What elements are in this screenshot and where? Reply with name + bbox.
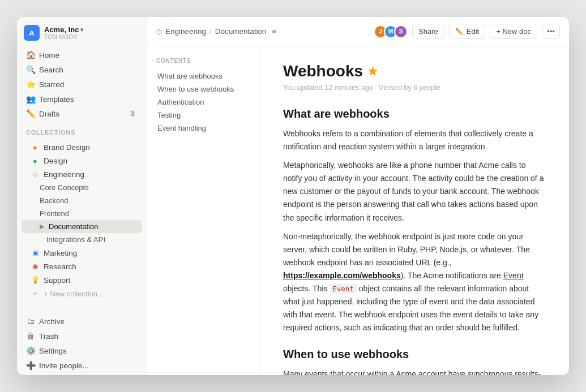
workspace-info: Acme, Inc ▾ TOM MOOR	[44, 25, 140, 40]
search-icon: 🔍	[26, 65, 35, 74]
sidebar-item-support[interactable]: 💡 Support	[22, 273, 142, 287]
share-button[interactable]: Share	[412, 24, 444, 39]
sidebar-item-settings[interactable]: ⚙️ Settings	[22, 343, 142, 358]
sidebar-item-engineering[interactable]: ◇ Engineering ⇅ •••	[22, 167, 142, 181]
breadcrumb-separator: /	[209, 27, 212, 36]
toc-item-authentication[interactable]: Authentication	[152, 96, 251, 109]
trash-icon: 🗑	[26, 331, 35, 341]
toc-item-event-handling[interactable]: Event handling	[152, 122, 251, 135]
doc-title: Webhooks ★	[283, 62, 546, 80]
sidebar-item-templates[interactable]: 👥 Templates	[22, 92, 142, 106]
sidebar-item-core-concepts[interactable]: Core Concepts	[22, 181, 142, 194]
doc-paragraph-3: Non-metaphorically, the webhook endpoint…	[283, 230, 546, 335]
marketing-icon: ▣	[31, 248, 40, 257]
sidebar-item-backend[interactable]: Backend	[22, 194, 142, 207]
sidebar-item-trash[interactable]: 🗑 Trash	[22, 329, 142, 343]
event-code: Event	[330, 284, 357, 294]
sidebar-item-brand-design[interactable]: ● Brand Design	[22, 140, 142, 154]
sidebar-item-frontend[interactable]: Frontend	[22, 207, 142, 220]
sidebar-item-home[interactable]: 🏠 Home	[22, 48, 142, 62]
collections-nav: ● Brand Design ● Design ◇ Engineering ⇅ …	[17, 138, 147, 303]
home-icon: 🏠	[26, 50, 35, 59]
breadcrumb-more-button[interactable]: ≡	[270, 26, 279, 37]
add-icon: +	[31, 289, 40, 298]
doc-paragraph-4: Many events that occur within a Acme acc…	[283, 368, 546, 375]
sidebar-item-integrations[interactable]: Integrations & API	[22, 233, 142, 246]
section-heading-when-to-use: When to use webhooks	[283, 348, 546, 361]
event-link: Event	[503, 271, 524, 280]
sidebar-item-drafts[interactable]: ✏️ Drafts 3	[22, 106, 142, 121]
workspace-avatar: A	[24, 25, 40, 41]
chevron-down-icon: ▾	[80, 27, 83, 33]
edit-icon: ✏️	[455, 28, 464, 36]
webhook-url-link[interactable]: https://example.com/webhooks	[283, 271, 401, 280]
app-window: A Acme, Inc ▾ TOM MOOR 🏠 Home 🔍 Search ⭐…	[17, 17, 569, 375]
main-content: ◇ Engineering / Documentation ≡ J M S Sh…	[147, 17, 569, 375]
workspace-header[interactable]: A Acme, Inc ▾ TOM MOOR	[17, 17, 147, 45]
toc-item-when-to-use[interactable]: When to use webhooks	[152, 83, 251, 96]
new-collection-button[interactable]: + + New collection...	[22, 287, 142, 300]
workspace-user: TOM MOOR	[44, 34, 140, 40]
workspace-name: Acme, Inc ▾	[44, 25, 140, 34]
section-heading-what-are-webhooks: What are webhooks	[283, 107, 546, 120]
settings-icon: ⚙️	[26, 346, 35, 355]
doc-paragraph-1: Webhooks refers to a combination of elem…	[283, 127, 546, 153]
doc-paragraph-2: Metaphorically, webhooks are like a phon…	[283, 159, 546, 224]
sidebar-item-research[interactable]: ◉ Research	[22, 260, 142, 273]
toc-title: CONTENTS	[156, 58, 251, 64]
design-icon: ●	[31, 156, 40, 165]
sidebar-item-search[interactable]: 🔍 Search	[22, 62, 142, 77]
topbar: ◇ Engineering / Documentation ≡ J M S Sh…	[147, 17, 569, 46]
sidebar-item-design[interactable]: ● Design	[22, 154, 142, 167]
engineering-breadcrumb-icon: ◇	[156, 27, 162, 36]
avatar-3: S	[394, 25, 408, 38]
engineering-icon: ◇	[31, 170, 40, 179]
drafts-icon: ✏️	[26, 109, 35, 118]
breadcrumb-engineering[interactable]: Engineering	[165, 27, 206, 36]
avatar-group: J M S	[374, 25, 408, 38]
edit-button[interactable]: ✏️ Edit	[449, 24, 485, 39]
invite-icon: ➕	[26, 361, 35, 370]
sidebar-item-invite[interactable]: ➕ Invite people...	[22, 358, 142, 373]
templates-icon: 👥	[26, 94, 35, 104]
sidebar-item-archive[interactable]: 🗂 Archive	[22, 314, 142, 329]
new-doc-button[interactable]: + New doc	[490, 24, 537, 39]
brand-design-icon: ●	[31, 143, 40, 152]
collections-label: Collections	[17, 123, 147, 138]
sidebar-item-starred[interactable]: ⭐ Starred	[22, 77, 142, 92]
archive-icon: 🗂	[26, 317, 35, 326]
star-bookmark-icon[interactable]: ★	[367, 64, 378, 78]
sidebar-item-marketing[interactable]: ▣ Marketing	[22, 246, 142, 260]
star-icon: ⭐	[26, 80, 35, 89]
more-actions-button[interactable]: •••	[542, 24, 560, 39]
topbar-actions: J M S Share ✏️ Edit + New doc •••	[374, 24, 560, 39]
breadcrumb: ◇ Engineering / Documentation ≡	[156, 26, 369, 37]
sidebar: A Acme, Inc ▾ TOM MOOR 🏠 Home 🔍 Search ⭐…	[17, 17, 147, 375]
toc-item-testing[interactable]: Testing	[152, 109, 251, 122]
toc-item-what-are-webhooks[interactable]: What are webhooks	[152, 70, 251, 83]
drafts-badge: 3	[127, 110, 138, 118]
toc-panel: CONTENTS What are webhooks When to use w…	[147, 46, 260, 375]
arrow-icon: ▶	[40, 223, 44, 230]
sidebar-bottom: 🗂 Archive 🗑 Trash ⚙️ Settings ➕ Invite p…	[17, 312, 147, 375]
support-icon: 💡	[31, 275, 40, 285]
doc-content: Webhooks ★ You updated 12 minutes ago · …	[260, 46, 569, 375]
breadcrumb-documentation[interactable]: Documentation	[215, 27, 267, 36]
research-icon: ◉	[31, 262, 40, 271]
content-area: CONTENTS What are webhooks When to use w…	[147, 46, 569, 375]
sidebar-item-documentation[interactable]: ▶ Documentation	[22, 220, 142, 233]
doc-meta: You updated 12 minutes ago · Viewed by 6…	[283, 84, 546, 92]
sidebar-nav: 🏠 Home 🔍 Search ⭐ Starred 👥 Templates ✏️…	[17, 45, 147, 123]
